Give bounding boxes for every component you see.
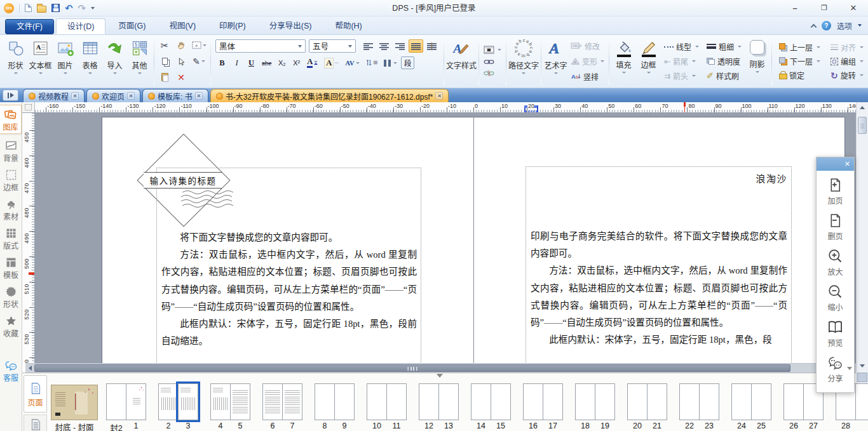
guide-marker-red-vertical[interactable] [29, 272, 34, 275]
thumbnail-page-26[interactable] [783, 383, 804, 420]
redo-button[interactable] [78, 3, 86, 14]
columns-button[interactable] [381, 56, 400, 69]
group-objects-button[interactable]: 编组 [831, 56, 864, 67]
float-panel-header[interactable] [817, 157, 854, 171]
sidebar-item-版式[interactable]: 版式 [0, 226, 22, 251]
thumbnail-page-22[interactable] [679, 383, 700, 420]
opacity-button[interactable]: 透明度 [707, 56, 742, 67]
undo-button[interactable] [65, 3, 73, 14]
lock-button[interactable]: 锁定 [779, 70, 820, 81]
right-text-frame[interactable]: 浪淘沙 印刷与电子商务完美结合的软件。将下面文字替换成您的文章内容即可。方法：双… [526, 166, 792, 363]
doc-tab[interactable]: 模板库: 书 [142, 89, 208, 102]
distribute-button[interactable] [424, 39, 439, 53]
highlight-color-button[interactable]: A [322, 56, 341, 69]
vertical-scrollbar[interactable] [856, 102, 868, 383]
expand-panel-button[interactable] [3, 90, 18, 101]
menu-tab[interactable]: 页面(G) [107, 18, 156, 34]
unlink-frames-button[interactable] [484, 70, 501, 77]
sidebar-item-边框[interactable]: 边框 [0, 168, 22, 192]
sidebar-item-客服[interactable]: 客服 [0, 358, 22, 383]
thumbnail-page-14[interactable] [471, 383, 491, 420]
poem-title-placeholder[interactable]: 输入诗集的标题 [144, 172, 222, 189]
insert-table-button[interactable]: 表格 [78, 36, 102, 86]
line-weight-button[interactable]: 粗细 [707, 41, 742, 52]
superscript-button[interactable]: X² [290, 56, 303, 69]
copy-icon[interactable] [162, 58, 168, 65]
thumbnail-page-封2[interactable] [106, 383, 126, 420]
send-backward-button[interactable]: 下一层 [779, 56, 820, 67]
toolbar-options-caret-icon[interactable] [91, 7, 95, 10]
thumbnail-page-13[interactable] [438, 383, 459, 420]
indent-marker-right[interactable] [536, 105, 541, 112]
thumbnail-page-2[interactable] [158, 383, 179, 420]
underline-button[interactable]: U [245, 56, 258, 69]
border-button[interactable]: 边框 [636, 36, 661, 86]
collapse-ribbon-icon[interactable] [811, 23, 817, 30]
insert-shapes-button[interactable]: 形状 [3, 36, 28, 86]
thumbnail-page-6[interactable] [262, 383, 283, 420]
indent-marker-left[interactable] [523, 105, 528, 112]
thumbnail-cover-spread[interactable] [51, 385, 98, 420]
insert-other-button[interactable]: 5其他 [127, 36, 152, 86]
open-file-button[interactable] [37, 6, 46, 13]
close-tab-icon[interactable] [195, 92, 203, 100]
collapse-thumbnails-icon[interactable] [437, 374, 443, 378]
thumbnail-page-10[interactable] [367, 383, 387, 420]
menu-tab[interactable]: 文件(F) [5, 19, 54, 34]
hand-tool-icon[interactable] [177, 41, 186, 50]
sidebar-item-形状[interactable]: 形状 [0, 284, 22, 309]
paste-icon[interactable] [161, 73, 168, 81]
horizontal-scrollbar[interactable] [25, 363, 856, 373]
menu-tab[interactable]: 视图(V) [158, 18, 207, 34]
text-style-button[interactable]: A 文字样式 [446, 36, 477, 86]
bold-button[interactable]: B [215, 56, 229, 69]
delete-icon[interactable] [177, 73, 185, 82]
menu-tab[interactable]: 分享导出(S) [259, 18, 323, 34]
panel-item-缩小[interactable]: 缩小 [827, 283, 844, 312]
thumbnail-page-3[interactable] [178, 383, 198, 420]
close-button[interactable] [839, 0, 868, 16]
panel-scroll-down-icon[interactable] [847, 367, 852, 370]
thumbnail-page-1[interactable] [126, 383, 146, 420]
panel-item-加页[interactable]: 加页 [827, 176, 844, 206]
horizontal-scroll-thumb[interactable] [34, 364, 790, 372]
sidebar-item-素材[interactable]: 素材 [0, 197, 22, 222]
scrollbar-extra-button[interactable] [857, 373, 867, 382]
shadow-button[interactable]: 阴影 [745, 36, 770, 86]
link-frames-button[interactable] [484, 58, 501, 65]
style-brush-button[interactable]: 样式刷 [707, 70, 742, 81]
align-center-button[interactable] [377, 39, 391, 53]
path-text-button[interactable]: cabcabcabcabc 路径文字 [508, 36, 539, 86]
new-document-button[interactable] [25, 4, 32, 12]
bring-forward-button[interactable]: 上一层 [779, 42, 820, 53]
insert-import-button[interactable]: 导入 [102, 36, 127, 86]
vertical-text-button[interactable]: Ab竖排 [571, 71, 604, 82]
line-spacing-button[interactable] [363, 56, 380, 69]
paragraph-button[interactable]: 段 [401, 56, 414, 69]
insert-textbox-button[interactable]: A文本框 [28, 36, 53, 86]
thumbnail-page-18[interactable] [575, 383, 595, 420]
select-cursor-icon[interactable] [177, 57, 186, 66]
close-panel-icon[interactable] [844, 161, 850, 168]
close-tab-icon[interactable] [435, 92, 443, 100]
close-tab-icon[interactable] [71, 92, 79, 100]
font-color-button[interactable]: A [304, 56, 320, 69]
panel-item-删页[interactable]: 删页 [827, 212, 844, 241]
thumbnail-page-11[interactable] [386, 383, 407, 420]
maximize-button[interactable] [810, 0, 839, 16]
align-left-button[interactable] [361, 39, 376, 53]
design-canvas[interactable]: 输入诗集的标题 将下面文字替换成您的文章内容即可。方法：双击鼠标，选中框内文字，… [35, 113, 856, 363]
panel-item-放大[interactable]: 放大 [827, 248, 844, 277]
sidebar-item-图库[interactable]: 图库 [0, 105, 22, 134]
options-menu[interactable]: 选项 [837, 20, 852, 31]
menu-tab[interactable]: 印刷(P) [208, 18, 257, 34]
minimize-button[interactable] [780, 0, 810, 16]
vertical-scroll-thumb[interactable] [858, 117, 867, 134]
line-type-button[interactable]: 线型 [664, 41, 699, 52]
image-select-tool[interactable] [192, 41, 207, 50]
thumbnail-page-5[interactable] [230, 383, 250, 420]
text-wrap-button[interactable] [484, 46, 501, 54]
thumbnail-page-7[interactable] [282, 383, 302, 420]
font-name-combobox[interactable]: 黑体 [215, 39, 306, 53]
thumbnail-page-23[interactable] [699, 383, 719, 420]
